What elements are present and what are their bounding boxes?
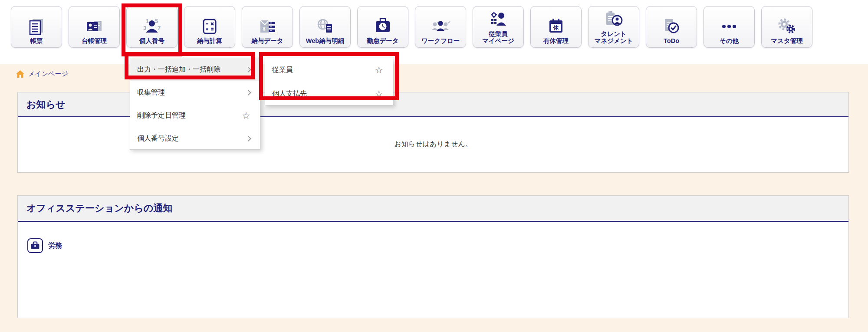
menu-item-label: 収集管理	[137, 88, 165, 97]
my-number-icon: 1537	[142, 17, 162, 36]
top-nav: 帳票 台帳管理 1537 個人番号 給与計算 ¥ 給与データ Web給与明細	[0, 0, 868, 64]
attendance-icon	[373, 17, 393, 36]
nav-label: 勤怠データ	[367, 37, 398, 44]
employee-mypage-icon	[488, 10, 508, 29]
nav-button-attendance[interactable]: 勤怠データ	[357, 6, 408, 48]
svg-text:5: 5	[155, 18, 158, 24]
chevron-right-icon	[246, 67, 251, 72]
menu-item-output-bulk[interactable]: 出力・一括追加・一括削除	[130, 58, 260, 81]
menu-item-deletion-date-management[interactable]: 削除予定日管理 ☆	[130, 104, 260, 127]
more-icon	[719, 17, 739, 36]
station-title: オフィスステーションからの通知	[26, 202, 172, 215]
paid-leave-icon: 休	[546, 17, 566, 36]
nav-label: 従業員 マイページ	[482, 30, 514, 44]
workflow-icon	[431, 17, 450, 36]
menu-item-collection-management[interactable]: 収集管理	[130, 81, 260, 104]
station-item-labor[interactable]: 労務	[27, 238, 62, 253]
nav-button-master-settings[interactable]: マスタ管理	[761, 6, 812, 48]
todo-icon	[661, 17, 681, 36]
nav-label: その他	[720, 37, 739, 44]
menu-item-label: 削除予定日管理	[137, 111, 186, 120]
submenu-item-label: 従業員	[272, 66, 293, 75]
star-icon[interactable]: ☆	[242, 111, 250, 121]
nav-button-employee-mypage[interactable]: 従業員 マイページ	[473, 6, 524, 48]
menu-item-my-number-settings[interactable]: 個人番号設定	[130, 127, 260, 150]
nav-label: 帳票	[30, 37, 43, 44]
chevron-right-icon	[246, 90, 251, 95]
nav-label: ワークフロー	[421, 37, 460, 44]
nav-button-payroll-data[interactable]: ¥ 給与データ	[242, 6, 293, 48]
star-icon[interactable]: ☆	[375, 89, 383, 99]
payroll-data-icon: ¥	[257, 17, 277, 36]
output-bulk-submenu: 従業員 ☆ 個人支払先 ☆	[265, 58, 393, 105]
nav-label: 給与計算	[197, 37, 222, 44]
talent-management-icon	[604, 10, 624, 29]
menu-item-label: 出力・一括追加・一括削除	[137, 65, 220, 74]
star-icon[interactable]: ☆	[375, 66, 383, 75]
briefcase-icon	[27, 238, 43, 253]
nav-button-web-payslip[interactable]: Web給与明細	[299, 6, 351, 48]
station-item-label: 労務	[48, 241, 62, 250]
nav-button-talent-management[interactable]: タレント マネジメント	[588, 6, 639, 48]
svg-text:3: 3	[143, 25, 146, 31]
chevron-right-icon	[246, 136, 251, 141]
svg-text:1: 1	[146, 18, 149, 24]
nav-button-report[interactable]: 帳票	[11, 6, 62, 48]
station-notifications-panel: オフィスステーションからの通知 労務	[17, 195, 849, 318]
nav-button-payroll-calc[interactable]: 給与計算	[184, 6, 235, 48]
breadcrumb[interactable]: メインページ	[16, 68, 68, 79]
submenu-item-label: 個人支払先	[272, 89, 307, 99]
calculator-icon	[200, 17, 220, 36]
ledger-icon	[84, 17, 104, 36]
svg-text:¥: ¥	[263, 26, 266, 32]
svg-text:休: 休	[553, 24, 559, 31]
web-payslip-icon	[315, 17, 335, 36]
master-settings-icon	[777, 17, 797, 36]
nav-button-my-number[interactable]: 1537 個人番号	[126, 6, 178, 48]
nav-label: ToDo	[664, 37, 679, 44]
station-header: オフィスステーションからの通知	[18, 196, 848, 222]
nav-label: 個人番号	[139, 37, 164, 44]
my-number-dropdown-menu: 出力・一括追加・一括削除 収集管理 削除予定日管理 ☆ 個人番号設定	[130, 58, 260, 150]
nav-button-paid-leave[interactable]: 休 有休管理	[530, 6, 582, 48]
notices-title: お知らせ	[26, 98, 66, 111]
svg-text:7: 7	[158, 25, 161, 31]
nav-button-workflow[interactable]: ワークフロー	[415, 6, 466, 48]
report-icon	[26, 17, 46, 36]
breadcrumb-label[interactable]: メインページ	[28, 70, 68, 78]
nav-label: 給与データ	[251, 37, 283, 44]
submenu-item-employee[interactable]: 従業員 ☆	[265, 58, 393, 82]
submenu-item-personal-payee[interactable]: 個人支払先 ☆	[265, 82, 393, 106]
nav-button-more[interactable]: その他	[704, 6, 755, 48]
nav-button-todo[interactable]: ToDo	[646, 6, 697, 48]
nav-button-ledger[interactable]: 台帳管理	[69, 6, 120, 48]
nav-label: マスタ管理	[771, 37, 803, 44]
menu-item-label: 個人番号設定	[137, 134, 179, 143]
home-icon	[16, 69, 25, 79]
nav-label: Web給与明細	[306, 37, 344, 44]
nav-label: 有休管理	[543, 37, 569, 44]
nav-label: タレント マネジメント	[594, 30, 633, 44]
nav-label: 台帳管理	[82, 37, 107, 44]
